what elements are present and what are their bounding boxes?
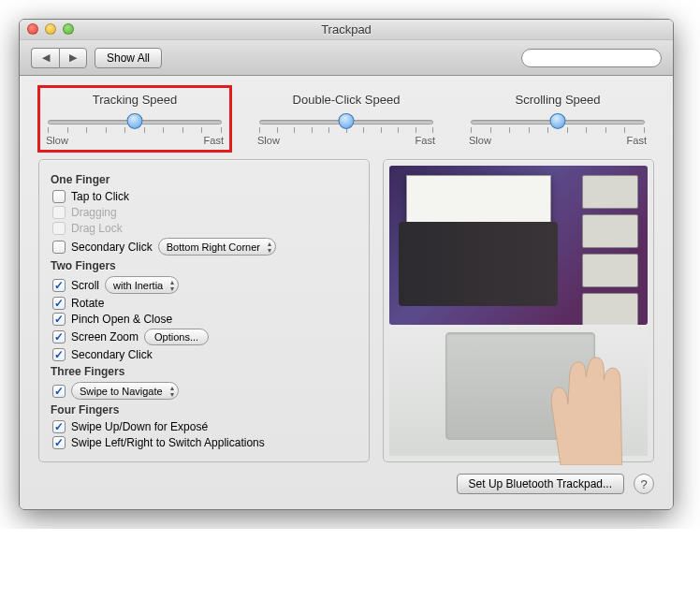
two-finger-secondary-click-checkbox[interactable] — [52, 348, 66, 361]
titlebar: Trackpad — [20, 20, 673, 40]
help-button[interactable]: ? — [634, 474, 654, 494]
tap-to-click-checkbox[interactable] — [52, 190, 66, 203]
tracking-speed-slider[interactable] — [46, 114, 224, 131]
slider-thumb-icon[interactable] — [550, 113, 566, 129]
window-controls — [27, 23, 74, 35]
dragging-row: Dragging — [52, 206, 357, 219]
swipe-navigate-select[interactable]: Swipe to Navigate▴▾ — [71, 382, 179, 400]
scrolling-speed-title: Scrolling Speed — [469, 93, 647, 107]
rotate-checkbox[interactable] — [52, 297, 66, 310]
scrolling-speed-block: Scrolling Speed SlowFast — [469, 93, 647, 146]
show-all-button[interactable]: Show All — [95, 48, 162, 68]
one-finger-heading: One Finger — [51, 173, 357, 186]
drag-lock-label: Drag Lock — [71, 222, 123, 235]
drag-lock-checkbox — [52, 222, 66, 235]
preview-pane — [383, 159, 654, 462]
two-finger-secondary-click-row: Secondary Click — [52, 348, 357, 361]
close-icon[interactable] — [27, 23, 38, 35]
switch-apps-checkbox[interactable] — [52, 436, 66, 449]
pinch-row: Pinch Open & Close — [52, 313, 357, 326]
expose-checkbox[interactable] — [52, 420, 66, 433]
two-finger-secondary-click-label: Secondary Click — [71, 348, 153, 361]
gestures-panel: One Finger Tap to Click Dragging Drag Lo… — [38, 159, 370, 462]
expose-label: Swipe Up/Down for Exposé — [71, 420, 208, 433]
screen-zoom-options-button[interactable]: Options... — [144, 329, 209, 345]
tracking-speed-title: Tracking Speed — [46, 93, 224, 107]
scroll-row: Scroll with Inertia▴▾ — [52, 276, 357, 294]
screen-zoom-label: Screen Zoom — [71, 330, 139, 344]
secondary-click-select[interactable]: Bottom Right Corner▴▾ — [158, 238, 276, 256]
four-fingers-heading: Four Fingers — [51, 403, 357, 417]
switch-apps-row: Swipe Left/Right to Switch Applications — [52, 436, 357, 449]
scroll-checkbox[interactable] — [52, 279, 66, 292]
minimize-icon[interactable] — [45, 23, 56, 35]
double-click-speed-block: Double-Click Speed SlowFast — [257, 93, 435, 146]
trackpad-illustration — [389, 325, 648, 456]
scroll-label: Scroll — [71, 279, 99, 292]
back-button[interactable]: ◀ — [31, 48, 59, 68]
slider-thumb-icon[interactable] — [339, 113, 355, 129]
switch-apps-label: Swipe Left/Right to Switch Applications — [71, 436, 265, 449]
content: Tracking Speed SlowFast Double-Click Spe… — [20, 76, 673, 509]
three-fingers-heading: Three Fingers — [51, 365, 357, 378]
nav-buttons: ◀ ▶ — [31, 48, 87, 68]
double-click-speed-title: Double-Click Speed — [257, 93, 435, 107]
swipe-navigate-row: Swipe to Navigate▴▾ — [52, 382, 357, 400]
hand-icon — [479, 315, 657, 465]
dragging-checkbox — [52, 206, 66, 219]
tracking-speed-block: Tracking Speed SlowFast — [37, 85, 232, 153]
screen-zoom-row: Screen Zoom Options... — [52, 329, 357, 345]
forward-button[interactable]: ▶ — [59, 48, 87, 68]
setup-bluetooth-button[interactable]: Set Up Bluetooth Trackpad... — [457, 474, 624, 494]
trackpad-preferences-window: Trackpad ◀ ▶ Show All Tracking Speed Slo… — [19, 19, 674, 510]
speed-sliders: Tracking Speed SlowFast Double-Click Spe… — [38, 93, 654, 146]
expose-row: Swipe Up/Down for Exposé — [52, 420, 357, 433]
pinch-checkbox[interactable] — [52, 313, 66, 326]
dragging-label: Dragging — [71, 206, 117, 219]
swipe-navigate-checkbox[interactable] — [52, 385, 66, 398]
drag-lock-row: Drag Lock — [52, 222, 357, 235]
rotate-label: Rotate — [71, 297, 104, 310]
scroll-select[interactable]: with Inertia▴▾ — [105, 276, 179, 294]
rotate-row: Rotate — [52, 297, 357, 310]
double-click-speed-slider[interactable] — [257, 114, 435, 131]
toolbar: ◀ ▶ Show All — [20, 40, 673, 76]
secondary-click-checkbox[interactable] — [52, 241, 66, 254]
pinch-label: Pinch Open & Close — [71, 313, 172, 326]
gesture-preview-video — [389, 166, 648, 325]
secondary-click-row: Secondary Click Bottom Right Corner▴▾ — [52, 238, 357, 256]
two-fingers-heading: Two Fingers — [51, 259, 357, 272]
lower-panels: One Finger Tap to Click Dragging Drag Lo… — [38, 159, 654, 462]
tap-to-click-row: Tap to Click — [52, 190, 357, 203]
tap-to-click-label: Tap to Click — [71, 190, 129, 203]
zoom-icon[interactable] — [63, 23, 74, 35]
bottom-row: Set Up Bluetooth Trackpad... ? — [38, 474, 654, 494]
search-field[interactable] — [521, 49, 662, 67]
slider-thumb-icon[interactable] — [127, 113, 143, 129]
window-title: Trackpad — [321, 22, 372, 37]
scrolling-speed-slider[interactable] — [469, 114, 647, 131]
search-input[interactable] — [532, 51, 672, 65]
secondary-click-label: Secondary Click — [71, 241, 153, 254]
screen-zoom-checkbox[interactable] — [52, 330, 66, 344]
